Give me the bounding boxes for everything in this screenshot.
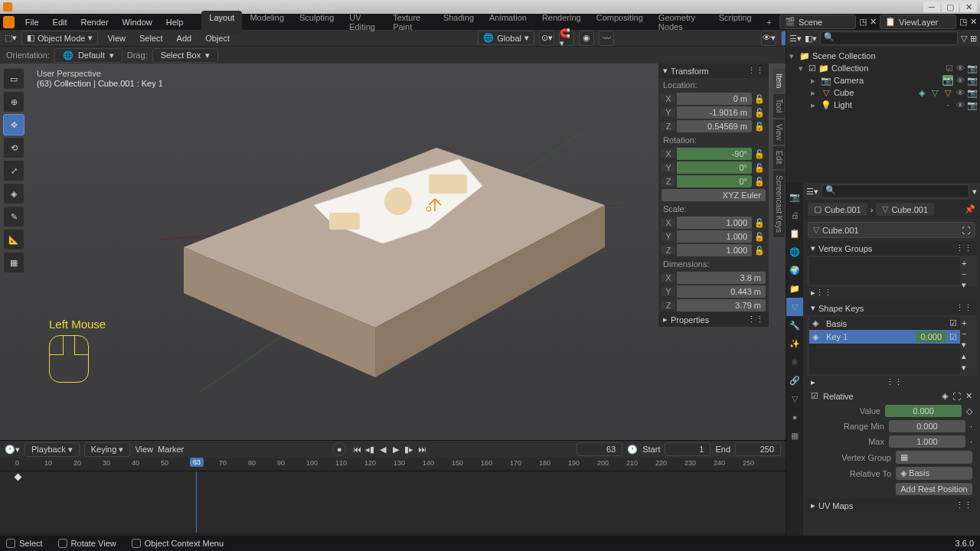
tab-layout[interactable]: Layout	[201, 11, 242, 34]
pivot-icon[interactable]: ⊙▾	[539, 31, 554, 46]
play[interactable]: ▶	[390, 443, 402, 455]
scl-z[interactable]: 1.000	[677, 244, 752, 256]
blender-logo[interactable]	[3, 16, 15, 28]
lock-icon[interactable]: 🔓	[753, 94, 766, 104]
ptab-physics[interactable]: ⚛	[786, 353, 803, 371]
shape-keys-header[interactable]: ▾Shape Keys⋮⋮	[806, 301, 977, 315]
mode-selector[interactable]: ◧Object Mode▾	[21, 31, 98, 45]
sidetab-tool[interactable]: Tool	[773, 93, 786, 118]
sk-anim-icon[interactable]: ⛶	[952, 392, 961, 401]
tab-animation[interactable]: Animation	[482, 11, 534, 34]
tree-collection[interactable]: ▾☑📁Collection☑👁📷	[788, 62, 978, 74]
dim-y[interactable]: 0.443 m	[677, 285, 766, 298]
sidetab-edit[interactable]: Edit	[773, 145, 786, 169]
scene-selector[interactable]: 🎬Scene	[779, 15, 856, 29]
tool-measure[interactable]: 📐	[3, 229, 24, 250]
tool-move[interactable]: ✥	[3, 114, 24, 135]
minimize-button[interactable]: ─	[923, 2, 940, 12]
tab-shading[interactable]: Shading	[436, 11, 482, 34]
viewlayer-selector[interactable]: 📋ViewLayer	[880, 15, 956, 29]
outliner-type-icon[interactable]: ☰▾	[789, 34, 802, 44]
relative-check[interactable]: Relative	[823, 392, 854, 401]
tab-uv-editing[interactable]: UV Editing	[341, 11, 385, 34]
orientation-global[interactable]: 🌐Global▾	[478, 31, 534, 45]
keyframe-next[interactable]: ▮▸	[403, 443, 415, 455]
sk-min[interactable]: 0.000	[889, 420, 965, 432]
menu-edit[interactable]: Edit	[47, 16, 74, 28]
tool-scale[interactable]: ⤢	[3, 160, 24, 181]
mesh-name[interactable]: ▽Cube.001⛶	[808, 222, 975, 238]
ptab-scene[interactable]: 🌐	[786, 243, 803, 261]
menu-window[interactable]: Window	[116, 16, 158, 28]
keying-dd[interactable]: Keying ▾	[84, 442, 131, 457]
ptab-collection[interactable]: 📁	[786, 279, 803, 298]
tab-compositing[interactable]: Compositing	[589, 11, 651, 34]
playback-dd[interactable]: Playback ▾	[24, 442, 80, 457]
sk-x-icon[interactable]: ✕	[965, 391, 972, 401]
sidetab-screencast-keys[interactable]: Screencast Keys	[773, 170, 786, 238]
outliner-display[interactable]: ◧▾	[805, 34, 817, 44]
sk-menu[interactable]: ▾	[962, 340, 972, 350]
sk-edit-icon[interactable]: ◈	[942, 391, 948, 401]
tool-annotate[interactable]: ✎	[3, 206, 24, 227]
tab-texture-paint[interactable]: Texture Paint	[385, 11, 436, 34]
propedit-icon[interactable]: ◉	[579, 31, 594, 46]
viewport-3d[interactable]: User Perspective (63) Collection | Cube.…	[0, 64, 786, 440]
tree-cube[interactable]: ▸▽Cube◈▽▽👁📷	[788, 86, 978, 99]
menu-select[interactable]: Select	[135, 32, 168, 44]
menu-add[interactable]: Add	[172, 32, 197, 44]
keyframe-prev[interactable]: ◂▮	[364, 443, 376, 455]
menu-help[interactable]: Help	[160, 16, 190, 28]
props-type[interactable]: ☰▾	[806, 187, 818, 197]
tool-select[interactable]: ▭	[3, 68, 24, 90]
tab-geometry-nodes[interactable]: Geometry Nodes	[651, 11, 711, 34]
drag-dd[interactable]: Select Box▾	[152, 48, 219, 63]
tree-light[interactable]: ▸💡Light·👁📷	[788, 99, 978, 111]
tool-cursor[interactable]: ⊕	[3, 91, 24, 112]
sidetab-view[interactable]: View	[773, 119, 786, 146]
pin-icon[interactable]: 📌	[965, 204, 975, 214]
crumb-mesh[interactable]: ▽Cube.001	[876, 203, 934, 216]
ptab-mesh[interactable]: ▽	[786, 390, 803, 408]
tool-transform[interactable]: ◈	[3, 183, 24, 204]
del-vl[interactable]: ✕	[970, 17, 977, 27]
timeline-ruler[interactable]: 63 0102030405060708090100110120130140150…	[0, 458, 786, 471]
tree-camera[interactable]: ▸📷Camera📷👁📷	[788, 74, 978, 86]
timeline-track[interactable]	[0, 471, 786, 533]
properties-section[interactable]: ▸Properties⋮⋮	[658, 312, 769, 327]
rotation-mode[interactable]: XYZ Euler	[662, 189, 766, 201]
sk-relto[interactable]: ◈ Basis	[896, 467, 972, 480]
end-frame[interactable]: 250	[735, 442, 781, 456]
loc-x[interactable]: 0 m	[677, 93, 752, 105]
ptab-world[interactable]: 🌍	[786, 261, 803, 279]
vg-menu[interactable]: ▾	[962, 280, 972, 290]
ptab-output[interactable]: 🖨	[786, 206, 803, 224]
sk-add[interactable]: +	[962, 318, 972, 328]
autokey-icon[interactable]: ●	[332, 442, 346, 456]
transform-section[interactable]: ▾Transform⋮⋮	[658, 64, 769, 78]
dim-x[interactable]: 3.8 m	[677, 272, 766, 284]
snap-icon[interactable]: 🧲▾	[559, 31, 574, 46]
tab-modeling[interactable]: Modeling	[242, 11, 292, 34]
add-rest-button[interactable]: Add Rest Position	[896, 483, 972, 495]
tab-scripting[interactable]: Scripting	[711, 11, 760, 34]
outliner-search[interactable]: 🔍	[820, 31, 958, 45]
ptab-constraint[interactable]: 🔗	[786, 371, 803, 390]
timeline-type[interactable]: 🕐▾	[5, 445, 20, 455]
close-button[interactable]: ✕	[960, 2, 977, 12]
ptab-modifier[interactable]: 🔧	[786, 316, 803, 334]
menu-render[interactable]: Render	[75, 16, 115, 28]
tree-scene-collection[interactable]: ▾📁Scene Collection	[788, 50, 978, 62]
orientation-dd[interactable]: 🌐Default▾	[54, 48, 122, 63]
rot-z[interactable]: 0°	[677, 175, 752, 187]
ptab-render[interactable]: 📷	[786, 187, 803, 206]
ptab-object-data[interactable]: ▽	[786, 298, 803, 316]
scl-y[interactable]: 1.000	[677, 230, 752, 243]
sk-max[interactable]: 1.000	[889, 435, 965, 448]
curve-icon[interactable]: 〰	[599, 31, 614, 46]
editor-type-icon[interactable]: ⬚▾	[5, 33, 17, 43]
tool-addcube[interactable]: ▦	[3, 252, 24, 273]
maximize-button[interactable]: ▢	[942, 2, 959, 12]
keyframe-marker[interactable]	[15, 474, 22, 481]
filter-icon[interactable]: ▽	[961, 34, 967, 44]
